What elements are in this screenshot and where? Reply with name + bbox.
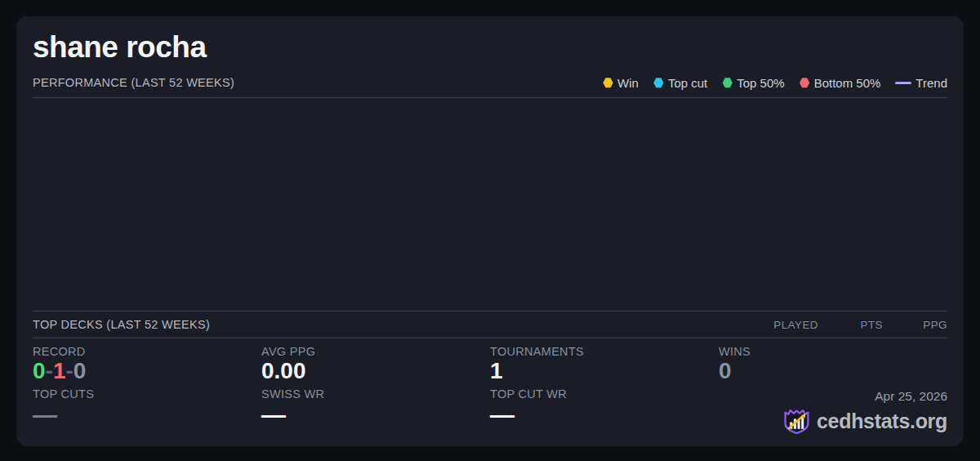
stats-grid: RECORD 0-1-0 AVG PPG 0.00 TOURNAMENTS 1 … [33,338,947,435]
brand: cedhstats.org [783,408,947,435]
page-title: shane rocha [33,31,947,65]
report-date: Apr 25, 2026 [875,389,947,404]
performance-header: PERFORMANCE (LAST 52 WEEKS) Win Top cut … [33,76,947,98]
legend-item-trend[interactable]: Trend [895,76,947,90]
footer: Apr 25, 2026 cedhstats.org [719,387,947,435]
cedhstats-shield-logo-icon [783,408,810,435]
bottom-50-marker-icon [800,78,810,88]
avg-ppg-value: 0.00 [261,359,490,384]
record-losses: 1 [53,358,66,383]
column-header-played: PLAYED [754,319,818,331]
legend-label: Win [617,76,639,90]
stat-label: TOURNAMENTS [490,345,719,358]
stat-wins: WINS 0 [719,345,947,387]
tournaments-value: 1 [490,359,719,384]
stat-top-cut-wr: TOP CUT WR — [490,387,719,435]
stat-label: TOP CUT WR [490,387,719,401]
legend-item-top-50[interactable]: Top 50% [722,76,784,90]
top-cut-wr-value: — [490,404,514,426]
column-header-ppg: PPG [883,319,947,331]
top-50-marker-icon [722,78,733,88]
legend-item-top-cut[interactable]: Top cut [653,76,707,90]
record-draws: 0 [74,358,87,383]
stat-tournaments: TOURNAMENTS 1 [490,345,719,387]
legend-label: Top cut [668,76,707,90]
stat-record: RECORD 0-1-0 [33,345,261,387]
stat-avg-ppg: AVG PPG 0.00 [261,345,490,387]
top-decks-header: TOP DECKS (LAST 52 WEEKS) PLAYED PTS PPG [33,311,947,338]
wins-value: 0 [719,359,947,384]
trend-line-icon [895,82,911,84]
stat-top-cuts: TOP CUTS — [33,387,261,435]
top-cuts-value: — [33,404,57,426]
legend-item-bottom-50[interactable]: Bottom 50% [800,76,881,90]
legend-item-win[interactable]: Win [603,76,639,90]
record-separator: - [65,358,73,383]
player-stats-card: shane rocha PERFORMANCE (LAST 52 WEEKS) … [16,16,964,446]
brand-name: cedhstats.org [817,410,947,433]
stat-label: AVG PPG [261,345,490,358]
top-decks-column-headers: PLAYED PTS PPG [754,319,947,331]
record-wins: 0 [33,358,46,383]
top-cut-marker-icon [653,78,664,88]
chart-legend: Win Top cut Top 50% Bottom 50% Trend [603,76,947,90]
stat-label: SWISS WR [261,387,490,401]
stat-label: RECORD [33,345,261,358]
column-header-pts: PTS [818,319,883,331]
legend-label: Bottom 50% [814,76,881,90]
record-separator: - [46,358,53,383]
win-marker-icon [603,78,613,88]
stat-swiss-wr: SWISS WR — [261,387,490,435]
record-value: 0-1-0 [33,359,261,384]
stat-label: TOP CUTS [33,387,261,401]
top-decks-section-label: TOP DECKS (LAST 52 WEEKS) [33,318,210,331]
legend-label: Top 50% [737,76,784,90]
performance-chart-area [33,98,947,311]
swiss-wr-value: — [261,404,286,426]
stat-label: WINS [719,345,947,358]
performance-section-label: PERFORMANCE (LAST 52 WEEKS) [33,76,234,89]
legend-label: Trend [915,76,947,90]
